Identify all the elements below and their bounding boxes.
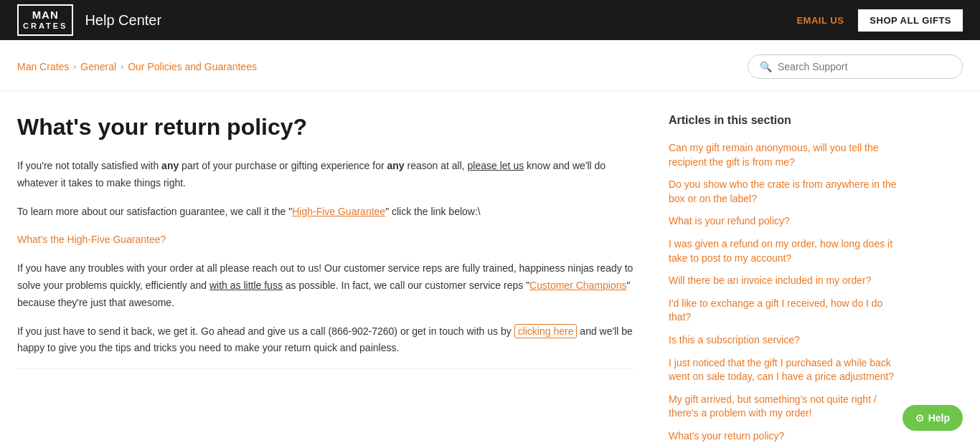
email-us-button[interactable]: EMAIL US xyxy=(782,9,858,32)
sidebar-list-item: Can my gift remain anonymous, will you t… xyxy=(669,141,898,169)
logo: MAN CRATES xyxy=(17,4,73,35)
sidebar-link-7[interactable]: I just noticed that the gift I purchased… xyxy=(669,356,898,384)
customer-champions-link[interactable]: Customer Champions xyxy=(529,280,626,291)
sidebar-links: Can my gift remain anonymous, will you t… xyxy=(669,141,898,444)
help-button[interactable]: ⊙ Help xyxy=(903,405,963,431)
breadcrumb-current: Our Policies and Guarantees xyxy=(128,61,257,72)
breadcrumb-home[interactable]: Man Crates xyxy=(17,61,69,72)
sidebar-link-9[interactable]: What's your return policy? xyxy=(669,429,898,444)
sidebar-link-6[interactable]: Is this a subscription service? xyxy=(669,333,898,348)
para1-mid: part of your purchase or gifting experie… xyxy=(179,160,387,171)
sidebar-list-item: What's your return policy? xyxy=(669,429,898,444)
logo-line2: CRATES xyxy=(23,22,67,31)
logo-line1: MAN xyxy=(23,9,67,22)
help-icon: ⊙ xyxy=(915,412,924,424)
page-title: What's your return policy? xyxy=(17,114,634,140)
paragraph-2: To learn more about our satisfaction gua… xyxy=(17,204,634,221)
breadcrumb-general[interactable]: General xyxy=(80,61,116,72)
sidebar-link-3[interactable]: I was given a refund on my order, how lo… xyxy=(669,237,898,265)
para1-any2: any xyxy=(387,160,405,171)
sidebar-list-item: Is this a subscription service? xyxy=(669,333,898,348)
header-left: MAN CRATES Help Center xyxy=(17,4,161,35)
sidebar-link-1[interactable]: Do you show who the crate is from anywhe… xyxy=(669,178,898,206)
content-area: What's your return policy? If you're not… xyxy=(17,114,634,448)
breadcrumb-sep-1: › xyxy=(73,62,76,72)
sidebar-link-8[interactable]: My gift arrived, but something's not qui… xyxy=(669,393,898,421)
sidebar-list-item: Do you show who the crate is from anywhe… xyxy=(669,178,898,206)
sidebar-link-4[interactable]: Will there be an invoice included in my … xyxy=(669,274,898,288)
breadcrumb: Man Crates › General › Our Policies and … xyxy=(17,61,257,72)
paragraph-5: If you just have to send it back, we get… xyxy=(17,323,634,358)
sidebar-link-2[interactable]: What is your refund policy? xyxy=(669,214,898,229)
sidebar-list-item: Will there be an invoice included in my … xyxy=(669,274,898,288)
help-label: Help xyxy=(928,412,950,424)
para1-start: If you're not totally satisfied with xyxy=(17,160,161,171)
sidebar: Articles in this section Can my gift rem… xyxy=(669,114,898,448)
sidebar-list-item: I was given a refund on my order, how lo… xyxy=(669,237,898,265)
search-input[interactable] xyxy=(778,61,951,72)
sidebar-list-item: What is your refund policy? xyxy=(669,214,898,229)
sidebar-link-0[interactable]: Can my gift remain anonymous, will you t… xyxy=(669,141,898,169)
main-layout: What's your return policy? If you're not… xyxy=(0,91,980,448)
paragraph-1: If you're not totally satisfied with any… xyxy=(17,158,634,192)
header: MAN CRATES Help Center EMAIL US SHOP ALL… xyxy=(0,0,980,40)
search-box: 🔍 xyxy=(748,54,963,79)
sidebar-list-item: I'd like to exchange a gift I received, … xyxy=(669,297,898,325)
breadcrumb-sep-2: › xyxy=(121,62,123,72)
sidebar-link-5[interactable]: I'd like to exchange a gift I received, … xyxy=(669,297,898,325)
sidebar-list-item: My gift arrived, but something's not qui… xyxy=(669,393,898,421)
para1-any1: any xyxy=(161,160,179,171)
paragraph-4: If you have any troubles with your order… xyxy=(17,260,634,311)
help-center-title: Help Center xyxy=(85,12,161,29)
high-five-guarantee-link[interactable]: High-Five Guarantee xyxy=(292,206,385,217)
top-bar: Man Crates › General › Our Policies and … xyxy=(0,40,980,91)
clicking-here-link[interactable]: clicking here xyxy=(514,324,578,338)
header-right: EMAIL US SHOP ALL GIFTS xyxy=(782,9,963,32)
para2-start: To learn more about our satisfaction gua… xyxy=(17,206,481,217)
high-five-link[interactable]: What's the High-Five Guarantee? xyxy=(17,234,166,245)
para4-text: If you have any troubles with your order… xyxy=(17,262,633,308)
para5-start: If you just have to send it back, we get… xyxy=(17,325,514,337)
shop-gifts-button[interactable]: SHOP ALL GIFTS xyxy=(858,9,963,32)
paragraph-3: What's the High-Five Guarantee? xyxy=(17,232,634,249)
search-icon: 🔍 xyxy=(760,61,772,72)
content-divider xyxy=(17,368,634,369)
sidebar-list-item: I just noticed that the gift I purchased… xyxy=(669,356,898,384)
sidebar-title: Articles in this section xyxy=(669,114,898,127)
content-body: If you're not totally satisfied with any… xyxy=(17,158,634,357)
